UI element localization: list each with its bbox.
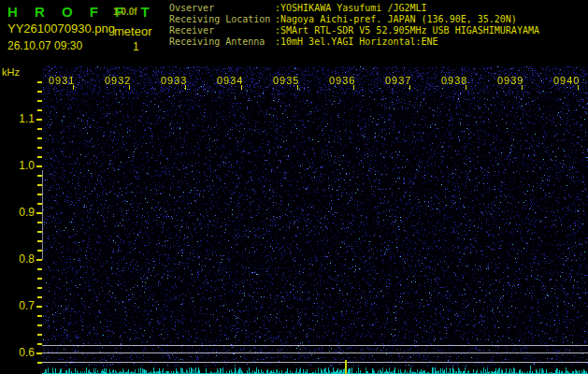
freq-axis-unit: kHz (2, 66, 20, 78)
echo-count: 1 (133, 40, 139, 53)
freq-minor-tick (37, 287, 42, 289)
carrier-line (42, 352, 588, 353)
time-tick-label: 0936 (329, 75, 355, 86)
freq-minor-tick (37, 128, 42, 130)
metadata-label: Ovserver (169, 3, 214, 13)
time-tick-label: 0939 (497, 75, 523, 86)
minute-tick (241, 85, 242, 90)
freq-minor-tick (37, 268, 42, 270)
metadata-label: Receiver (169, 25, 214, 36)
freq-major-tick (36, 119, 42, 121)
metadata-label: Receiving Location (169, 14, 270, 24)
freq-minor-tick (37, 296, 42, 298)
minute-tick (129, 85, 130, 90)
spectrogram-canvas (43, 66, 588, 367)
freq-minor-tick (37, 81, 42, 83)
detection-band-marker (42, 170, 43, 260)
freq-minor-tick (37, 278, 42, 280)
freq-minor-tick (37, 334, 42, 336)
time-tick-label: 0934 (217, 75, 243, 86)
freq-tick-label: 0.8 (0, 252, 35, 266)
freq-tick-label: 1.1 (0, 112, 35, 125)
freq-minor-tick (37, 109, 42, 111)
metadata-label: Receiving Antenna (169, 36, 265, 47)
hrofft-screen: { "app": { "title": "H R O F F T", "vers… (0, 0, 588, 374)
minute-tick (185, 85, 186, 90)
freq-minor-tick (37, 147, 42, 149)
time-tick-label: 0935 (273, 75, 299, 86)
time-tick-label: 0940 (553, 75, 580, 86)
metadata-value: :Nagoya Aichi-pref. JAPAN (136.90E, 35.2… (275, 14, 517, 24)
freq-tick-label: 0.6 (0, 346, 35, 359)
metadata-row: Receiver :SMArt RTL-SDR V5 52.905MHz USB… (169, 25, 581, 36)
freq-tick-label: 1.0 (0, 159, 35, 172)
freq-minor-tick (37, 156, 42, 158)
metadata-row: Receiving Antenna :10mH 3el.YAGI Horizon… (169, 36, 581, 48)
minute-tick (73, 85, 74, 90)
freq-minor-tick (37, 315, 42, 317)
metadata-value: :YOSHIKAWA Yasufumi /JG2MLI (275, 3, 427, 13)
time-tick-label: 0937 (385, 75, 411, 86)
metadata-row: Receiving Location :Nagoya Aichi-pref. J… (169, 14, 581, 25)
minute-tick (353, 85, 354, 90)
metadata-row: Ovserver :YOSHIKAWA Yasufumi /JG2MLI (169, 3, 581, 14)
output-filename: YY2610070930.png (7, 22, 115, 36)
metadata-value: :SMArt RTL-SDR V5 52.905MHz USB HIGASHIM… (275, 25, 539, 36)
freq-minor-tick (37, 91, 42, 93)
minute-tick (409, 85, 410, 90)
freq-tick-label: 0.7 (0, 299, 35, 312)
freq-minor-tick (37, 100, 42, 102)
time-tick-label: 0932 (105, 75, 131, 86)
freq-tick-label: 0.9 (0, 206, 35, 219)
freq-major-tick (36, 165, 42, 167)
minute-tick (578, 85, 579, 90)
time-tick-label: 0931 (49, 75, 75, 86)
mode-label: meteor (114, 24, 151, 38)
minute-tick (466, 85, 466, 90)
signal-level-strip (42, 358, 588, 374)
metadata-value: :10mH 3el.YAGI Horizontal:ENE (275, 36, 438, 47)
minute-tick (297, 85, 298, 90)
time-tick-label: 0933 (161, 75, 187, 86)
freq-minor-tick (37, 324, 42, 326)
freq-major-tick (36, 306, 42, 308)
freq-minor-tick (37, 137, 42, 139)
carrier-line (42, 345, 588, 346)
datetime-label: 26.10.07 09:30 (7, 39, 82, 52)
minute-tick (522, 85, 523, 90)
time-tick-label: 0938 (441, 75, 467, 86)
app-version: 1.0.0f (113, 7, 137, 17)
